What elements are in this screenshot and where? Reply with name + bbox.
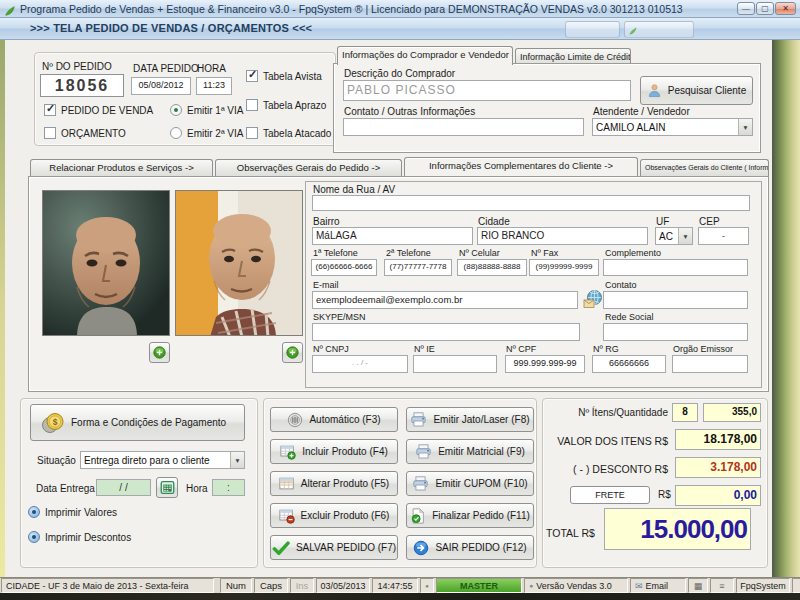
printer-icon	[415, 444, 432, 459]
rede-social-field[interactable]	[603, 323, 748, 341]
ie-field[interactable]	[413, 355, 497, 373]
tab-info-complementares[interactable]: Informações Complementares do Cliente ->	[404, 157, 638, 176]
rua-field[interactable]	[312, 195, 750, 211]
add-photo-icon	[153, 346, 166, 359]
tabela-atacado-checkbox[interactable]	[246, 127, 258, 139]
pesquisar-cliente-button[interactable]: Pesquisar Cliente	[640, 76, 753, 105]
check-icon	[272, 541, 290, 555]
cep-field[interactable]: -	[698, 227, 749, 245]
bairro-field[interactable]: MáLAGA	[312, 227, 473, 245]
screen-title: >>> TELA PEDIDO DE VENDAS / ORÇAMENTOS <…	[30, 22, 312, 34]
atendente-value: CAMILO ALAIN	[596, 122, 665, 133]
orcamento-checkbox[interactable]	[44, 127, 56, 139]
tab-observacoes-pedido[interactable]: Observações Gerais do Pedido ->	[215, 159, 402, 176]
frete-button[interactable]: FRETE	[570, 486, 650, 504]
hora-entrega-field[interactable]: :	[212, 479, 245, 496]
table-add-icon	[280, 444, 296, 460]
emitir-1via-radio[interactable]	[170, 104, 182, 116]
calendar-button[interactable]	[156, 477, 178, 498]
via2-row: Emitir 2ª VIA	[170, 127, 244, 139]
contato-field[interactable]	[603, 291, 748, 309]
tab-relacionar-produtos[interactable]: Relacionar Produtos e Serviços ->	[30, 159, 213, 176]
contato-outras-field[interactable]	[343, 118, 584, 136]
skype-field[interactable]	[312, 323, 580, 341]
cnpj-field[interactable]: . . / -	[312, 355, 408, 373]
maximize-button[interactable]: ▢	[756, 2, 774, 15]
tab-observacoes-cliente[interactable]: Observações Gerais do Cliente ( Informaç…	[640, 159, 769, 176]
tel1-field[interactable]: (66)66666-6666	[311, 259, 377, 276]
complemento-field[interactable]	[603, 259, 748, 276]
incluir-produto-button[interactable]: Incluir Produto (F4)	[270, 439, 398, 464]
email-field[interactable]: exemplodeemail@exemplo.com.br	[312, 291, 578, 309]
bairro-label: Bairro	[313, 216, 340, 227]
fax-field[interactable]: (99)99999-9999	[529, 259, 599, 276]
automatico-button[interactable]: Automático (F3)	[270, 407, 398, 432]
tab-comprador-vendedor[interactable]: Informações do Comprador e Vendedor ->	[337, 46, 513, 65]
pedido-venda-checkbox[interactable]	[44, 104, 56, 116]
emitir-cupom-label: Emitir CUPOM (F10)	[435, 478, 527, 489]
sair-pedido-button[interactable]: SAIR PEDIDO (F12)	[406, 535, 534, 560]
incluir-produto-label: Incluir Produto (F4)	[302, 446, 388, 457]
status-date: 03/05/2013	[316, 578, 370, 593]
celular-field[interactable]: (88)88888-8888	[457, 259, 527, 276]
tabela-aprazo-checkbox[interactable]	[246, 99, 258, 111]
tabela-avista-checkbox[interactable]	[246, 70, 258, 82]
close-button[interactable]: ✕	[775, 2, 796, 15]
uf-combo[interactable]: AC ▼	[655, 227, 693, 245]
calendar-icon	[160, 480, 175, 495]
status-email[interactable]: ✉ Email	[630, 578, 686, 593]
tabela-aprazo-label: Tabela Aprazo	[263, 100, 326, 111]
forma-pagamento-button[interactable]: $ Forma e Condições de Pagamento	[30, 404, 245, 441]
frete-value-box: 0,00	[675, 485, 761, 506]
status-grid-icon-seg[interactable]: ▦	[688, 578, 708, 593]
status-time: 14:47:55	[372, 578, 418, 593]
rua-label: Nome da Rua / AV	[313, 184, 395, 195]
atendente-combo[interactable]: CAMILO ALAIN ▼	[592, 118, 753, 136]
orgao-field[interactable]	[672, 355, 748, 373]
toolbar-ghost-button-1[interactable]	[565, 21, 620, 38]
emitir-cupom-button[interactable]: Emitir CUPOM (F10)	[406, 471, 534, 496]
add-photo-1-button[interactable]	[149, 342, 170, 363]
alterar-produto-button[interactable]: Alterar Produto (F5)	[270, 471, 398, 496]
salvar-pedido-button[interactable]: SALVAR PEDIDO (F7)	[270, 535, 398, 560]
emitir-2via-label: Emitir 2ª VIA	[187, 128, 244, 139]
emitir-jato-button[interactable]: Emitir Jato/Laser (F8)	[406, 407, 534, 432]
status-resize-grip	[792, 578, 800, 593]
cidade-field[interactable]: RIO BRANCO	[477, 227, 648, 245]
excluir-produto-label: Excluir Produto (F6)	[301, 510, 390, 521]
toolbar-ghost-button-2[interactable]	[624, 21, 694, 38]
send-email-icon[interactable]	[583, 289, 603, 309]
order-date-field[interactable]: 05/08/2012	[131, 77, 191, 95]
cpf-field[interactable]: 999.999.999-99	[505, 355, 585, 373]
imprimir-descontos-radio[interactable]	[28, 531, 40, 543]
order-number-field[interactable]: 18056	[40, 74, 124, 97]
order-time-label: HORA	[197, 63, 226, 74]
excluir-produto-button[interactable]: Excluir Produto (F6)	[270, 503, 398, 528]
add-photo-2-button[interactable]	[282, 342, 303, 363]
chevron-down-icon: ▼	[230, 452, 244, 468]
data-entrega-field[interactable]: / /	[96, 479, 151, 496]
status-email-text: Email	[646, 581, 669, 591]
add-photo-icon	[286, 346, 299, 359]
rg-field[interactable]: 66666666	[592, 355, 666, 373]
orcamento-row: ORÇAMENTO	[44, 127, 126, 139]
emitir-matricial-button[interactable]: Emitir Matricial (F9)	[406, 439, 534, 464]
minimize-button[interactable]: —	[737, 2, 755, 15]
desconto-box: 3.178,00	[675, 457, 761, 478]
exit-arrow-icon	[413, 540, 429, 556]
finalizar-pedido-button[interactable]: Finalizar Pedido (F11)	[406, 503, 534, 528]
quantidade-value-box: 355,0	[703, 403, 761, 422]
imprimir-descontos-label: Imprimir Descontos	[45, 532, 131, 543]
imprimir-valores-radio[interactable]	[28, 506, 40, 518]
tabela-avista-label: Tabela Avista	[263, 71, 322, 82]
tel2-field[interactable]: (77)77777-7778	[384, 259, 452, 276]
ie-label: Nº IE	[414, 344, 435, 354]
status-menu-icon-seg[interactable]: ≡	[710, 578, 734, 593]
descricao-comprador-field[interactable]: PABLO PICASSO	[343, 80, 631, 101]
hora-entrega-label: Hora	[186, 483, 208, 494]
emitir-2via-radio[interactable]	[170, 127, 182, 139]
situacao-combo[interactable]: Entrega direto para o cliente ▼	[80, 451, 245, 469]
tel2-label: 2ª Telefone	[386, 248, 431, 258]
status-master-badge: MASTER	[436, 578, 522, 593]
order-time-field[interactable]: 11:23	[196, 77, 232, 95]
